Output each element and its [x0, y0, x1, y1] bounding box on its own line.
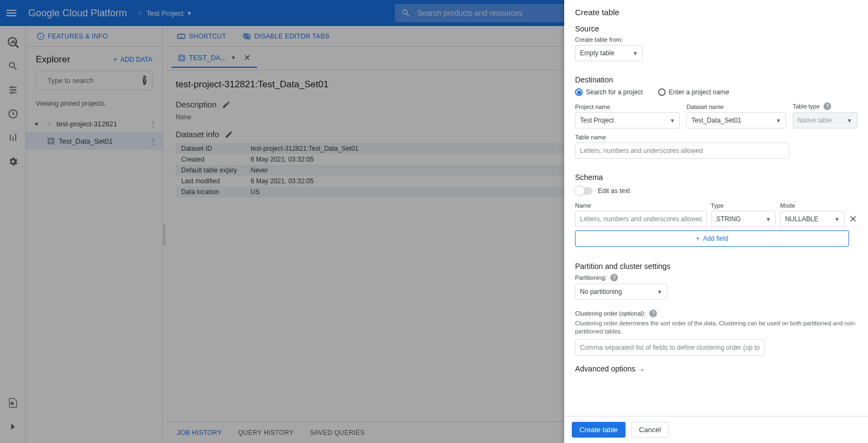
- table-name-label: Table name: [575, 134, 857, 140]
- create-from-select[interactable]: Empty table ▼: [575, 45, 643, 61]
- radio-search-label: Search for a project: [586, 88, 643, 96]
- partitioning-select[interactable]: No partitioning ▼: [575, 284, 667, 300]
- advanced-options-label: Advanced options: [575, 364, 635, 373]
- help-icon[interactable]: ?: [610, 274, 618, 281]
- edit-as-text-label: Edit as text: [598, 187, 630, 195]
- add-field-button[interactable]: + Add field: [575, 230, 849, 247]
- table-name-input-wrap: [575, 143, 789, 159]
- schema-type-select[interactable]: STRING ▼: [711, 211, 776, 227]
- chevron-down-icon: ▼: [633, 50, 638, 56]
- schema-mode-value: NULLABLE: [785, 215, 818, 223]
- add-field-label: Add field: [703, 235, 729, 242]
- schema-mode-header: Mode: [780, 202, 845, 209]
- edit-as-text-toggle[interactable]: [575, 187, 592, 195]
- chevron-down-icon: ⌄: [640, 365, 645, 373]
- dataset-name-label: Dataset name: [686, 104, 786, 110]
- chevron-down-icon: ▼: [847, 118, 852, 124]
- create-table-panel: Create table Source Create table from: E…: [564, 0, 868, 443]
- help-icon[interactable]: ?: [649, 310, 657, 317]
- partition-heading: Partition and cluster settings: [575, 262, 857, 271]
- schema-name-input-wrap: [575, 211, 707, 227]
- panel-title: Create table: [575, 8, 857, 17]
- chevron-down-icon: ▼: [657, 289, 662, 295]
- create-table-button[interactable]: Create table: [572, 422, 626, 438]
- schema-heading: Schema: [575, 173, 857, 182]
- partitioning-label: Partitioning: ?: [575, 274, 857, 281]
- schema-type-value: STRING: [716, 215, 741, 223]
- plus-icon: +: [696, 235, 700, 242]
- schema-type-header: Type: [711, 202, 780, 209]
- create-from-label: Create table from:: [575, 36, 857, 43]
- clustering-hint: Clustering order determines the sort ord…: [575, 319, 857, 336]
- destination-heading: Destination: [575, 75, 857, 84]
- help-icon[interactable]: ?: [824, 102, 831, 110]
- schema-mode-select[interactable]: NULLABLE ▼: [780, 211, 845, 227]
- project-name-label: Project name: [575, 104, 680, 110]
- table-type-label: Table type ?: [793, 102, 857, 110]
- create-from-value: Empty table: [580, 49, 614, 57]
- advanced-options-toggle[interactable]: Advanced options ⌄: [575, 364, 857, 373]
- schema-name-header: Name: [575, 202, 711, 209]
- table-type-value: Native table: [797, 117, 832, 124]
- chevron-down-icon: ▼: [670, 118, 675, 124]
- panel-footer: Create table Cancel: [564, 416, 868, 443]
- chevron-down-icon: ▼: [765, 216, 771, 222]
- schema-name-input[interactable]: [580, 211, 702, 227]
- clustering-input-wrap: [575, 339, 765, 356]
- chevron-down-icon: ▼: [834, 216, 840, 222]
- source-heading: Source: [575, 24, 857, 33]
- dataset-name-select[interactable]: Test_Data_Set01 ▼: [686, 112, 786, 129]
- close-icon[interactable]: ✕: [849, 213, 857, 225]
- table-name-input[interactable]: [580, 143, 784, 158]
- partitioning-value: No partitioning: [580, 288, 622, 296]
- radio-enter-project[interactable]: Enter a project name: [658, 88, 729, 96]
- project-name-value: Test Project: [580, 117, 614, 124]
- dataset-name-value: Test_Data_Set01: [691, 117, 741, 124]
- radio-icon: [575, 88, 583, 96]
- radio-search-project[interactable]: Search for a project: [575, 88, 643, 96]
- clustering-input[interactable]: [580, 340, 760, 355]
- radio-icon: [658, 88, 666, 96]
- clustering-label: Clustering order (optional): ?: [575, 310, 857, 317]
- radio-enter-label: Enter a project name: [669, 88, 729, 96]
- project-name-select[interactable]: Test Project ▼: [575, 112, 680, 129]
- table-type-select[interactable]: Native table ▼: [793, 112, 857, 129]
- cancel-button[interactable]: Cancel: [631, 422, 669, 438]
- chevron-down-icon: ▼: [776, 118, 781, 124]
